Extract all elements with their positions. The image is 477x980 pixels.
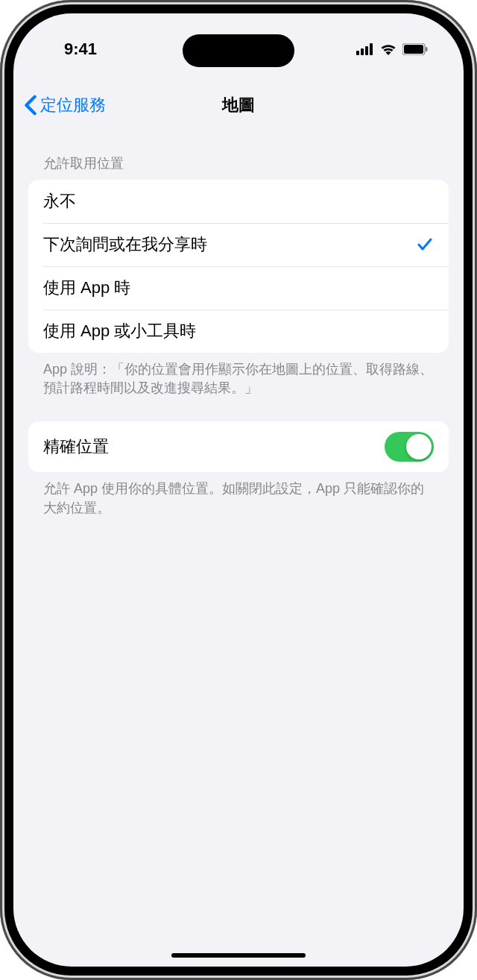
svg-rect-2 [365, 46, 368, 55]
option-label: 使用 App 時 [43, 277, 130, 299]
wifi-icon [380, 43, 397, 55]
cellular-icon [356, 43, 374, 55]
svg-rect-5 [404, 45, 423, 54]
toggle-knob [406, 434, 432, 459]
option-while-using-app-or-widgets[interactable]: 使用 App 或小工具時 [28, 310, 449, 353]
back-label: 定位服務 [40, 94, 106, 116]
precise-location-group: 精確位置 [28, 421, 449, 472]
nav-title: 地圖 [222, 94, 255, 116]
back-button[interactable]: 定位服務 [24, 94, 106, 116]
precise-location-footer: 允許 App 使用你的具體位置。如關閉此設定，App 只能確認你的大約位置。 [28, 472, 449, 517]
svg-rect-0 [356, 51, 359, 55]
option-while-using-app[interactable]: 使用 App 時 [28, 266, 449, 310]
phone-frame: 9:41 [0, 0, 477, 980]
checkmark-icon [416, 236, 434, 254]
option-label: 永不 [43, 190, 76, 213]
option-never[interactable]: 永不 [28, 180, 449, 223]
phone-screen: 9:41 [13, 13, 464, 967]
status-time: 9:41 [64, 40, 97, 59]
dynamic-island [183, 34, 294, 67]
location-access-footer: App 說明：「你的位置會用作顯示你在地圖上的位置、取得路線、預計路程時間以及改… [28, 353, 449, 398]
location-access-header: 允許取用位置 [28, 136, 449, 180]
content: 允許取用位置 永不 下次詢問或在我分享時 使用 App 時 使用 App 或小工… [13, 136, 464, 967]
option-label: 下次詢問或在我分享時 [43, 233, 207, 256]
svg-rect-6 [426, 47, 428, 51]
option-label: 使用 App 或小工具時 [43, 320, 196, 342]
status-icons [356, 43, 428, 55]
precise-location-label: 精確位置 [43, 436, 109, 458]
battery-icon [402, 43, 428, 55]
nav-bar: 定位服務 地圖 [13, 84, 464, 125]
precise-location-row: 精確位置 [28, 421, 449, 472]
option-ask-next-time[interactable]: 下次詢問或在我分享時 [28, 223, 449, 266]
chevron-left-icon [24, 95, 37, 116]
precise-location-toggle[interactable] [385, 432, 434, 462]
location-access-group: 永不 下次詢問或在我分享時 使用 App 時 使用 App 或小工具時 [28, 180, 449, 353]
svg-rect-1 [361, 48, 364, 55]
home-indicator[interactable] [171, 953, 306, 958]
svg-rect-3 [370, 43, 373, 55]
